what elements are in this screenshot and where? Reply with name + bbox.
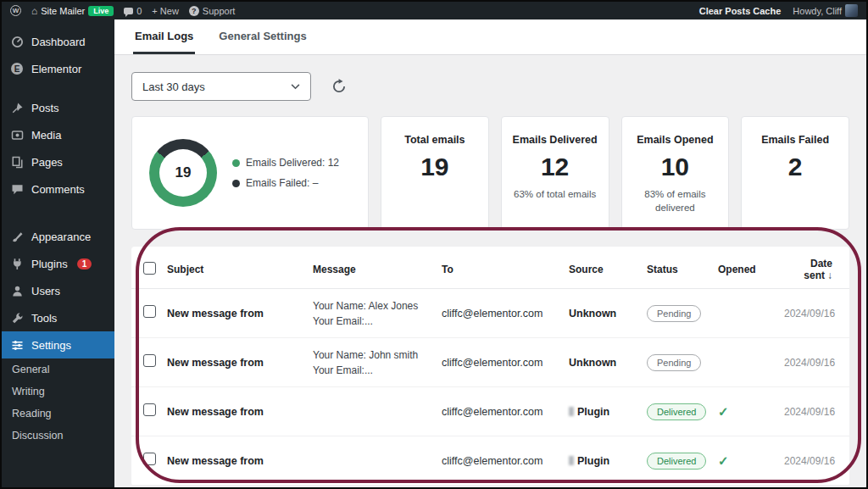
legend-dot	[232, 159, 240, 167]
row-status-cell: Delivered	[647, 453, 718, 470]
sidebar-subitem-general[interactable]: General	[2, 358, 114, 381]
status-badge: Delivered	[647, 403, 706, 420]
row-subject-cell[interactable]: New message from	[167, 406, 313, 418]
header-to: To	[442, 264, 569, 275]
sidebar-label: Tools	[31, 312, 57, 325]
new-label: + New	[152, 6, 179, 16]
row-date: 2024/09/16	[784, 308, 837, 320]
row-to: cliffc@elementor.com	[442, 406, 569, 418]
row-message-cell: Your Name: Alex Jones Your Email:...	[313, 298, 442, 329]
clear-posts-cache-button[interactable]: Clear Posts Cache	[699, 6, 782, 16]
stat-value: 19	[420, 153, 448, 181]
tab-general-settings[interactable]: General Settings	[217, 19, 308, 54]
wordpress-logo-icon: W	[10, 5, 21, 16]
user-avatar	[845, 4, 858, 17]
sidebar-item-settings[interactable]: Settings	[2, 331, 114, 358]
posts-icon	[10, 101, 24, 114]
date-range-select[interactable]: Last 30 days	[131, 72, 311, 101]
support-menu[interactable]: ? Support	[189, 6, 236, 16]
home-icon: ⌂	[31, 6, 37, 16]
comments-menu[interactable]: 0	[124, 6, 142, 16]
stat-title: Emails Delivered	[513, 134, 598, 146]
row-opened-cell: ✓	[718, 404, 784, 420]
sidebar-label: Media	[31, 129, 61, 142]
site-menu[interactable]: ⌂ Site Mailer Live	[31, 6, 114, 16]
tools-icon	[10, 311, 24, 325]
stat-card-emails-opened: Emails Opened 10 83% of emails delivered	[621, 116, 730, 230]
donut-legend: Emails Delivered: 12 Emails Failed: –	[232, 157, 339, 189]
stat-value: 12	[541, 153, 569, 181]
row-checkbox[interactable]	[143, 354, 156, 367]
row-message-line1: Your Name: Alex Jones	[313, 298, 433, 314]
account-menu[interactable]: Howdy, Cliff	[793, 4, 858, 17]
row-source-cell: Unknown	[569, 308, 647, 320]
row-message-line2: Your Email:...	[313, 363, 433, 378]
table-header-row: Subject Message To Source Status Opened …	[131, 250, 849, 289]
stat-subtitle: 83% of emails delivered	[628, 187, 721, 214]
row-subject-cell[interactable]: New message from	[167, 308, 313, 320]
stat-value: 10	[661, 153, 689, 181]
appearance-icon	[10, 230, 24, 243]
status-badge: Pending	[647, 354, 701, 371]
blurred-source-text	[569, 456, 574, 465]
row-source: Plugin	[577, 406, 609, 418]
main-content: Email Logs General Settings Last 30 days…	[114, 19, 866, 487]
select-all-checkbox[interactable]	[143, 262, 156, 275]
row-checkbox[interactable]	[143, 453, 156, 465]
row-checkbox[interactable]	[143, 403, 156, 416]
live-badge: Live	[88, 6, 114, 16]
opened-check-icon: ✓	[718, 404, 729, 419]
sidebar-item-appearance[interactable]: Appearance	[2, 223, 114, 250]
stat-card-emails-delivered: Emails Delivered 12 63% of total emails	[501, 116, 609, 230]
row-subject-cell[interactable]: New message from	[167, 357, 313, 369]
donut-chart: 19	[149, 139, 217, 207]
legend-dot	[232, 180, 240, 187]
stat-card-total-emails: Total emails 19	[381, 116, 489, 230]
row-message-line1: Your Name: John smith	[313, 347, 433, 363]
refresh-button[interactable]	[331, 79, 347, 94]
row-source-cell: Plugin	[569, 406, 647, 418]
sidebar-item-users[interactable]: Users	[2, 277, 114, 304]
table-row: New message from cliffc@elementor.com Pl…	[131, 387, 849, 436]
row-subject-cell[interactable]: New message from	[167, 455, 313, 467]
plugins-update-badge: 1	[77, 258, 92, 270]
support-icon: ?	[189, 6, 199, 16]
delivery-summary-card: 19 Emails Delivered: 12 Emails Failed: –	[131, 116, 369, 230]
row-status-cell: Delivered	[647, 403, 718, 420]
sidebar-label: Appearance	[31, 231, 91, 243]
tab-email-logs[interactable]: Email Logs	[133, 19, 195, 54]
sidebar-item-tools[interactable]: Tools	[2, 304, 114, 331]
sidebar-item-plugins[interactable]: Plugins 1	[2, 250, 114, 277]
support-label: Support	[203, 6, 236, 16]
sidebar-subitem-reading[interactable]: Reading	[2, 403, 114, 425]
table-row: New message from cliffc@elementor.com Pl…	[131, 436, 849, 486]
sidebar-item-media[interactable]: Media	[2, 121, 114, 148]
header-date-sent[interactable]: Date sent↓	[784, 258, 834, 281]
sidebar-label: Dashboard	[31, 36, 86, 48]
stat-title: Total emails	[404, 134, 465, 146]
header-message: Message	[313, 264, 442, 275]
header-status: Status	[647, 264, 718, 275]
sidebar-item-elementor[interactable]: E Elementor	[2, 55, 114, 82]
sidebar-item-comments[interactable]: Comments	[2, 175, 114, 203]
row-source: Unknown	[569, 357, 616, 369]
comment-bubble-icon	[124, 8, 133, 14]
row-checkbox[interactable]	[143, 305, 156, 318]
sidebar-item-posts[interactable]: Posts	[2, 94, 114, 121]
sidebar-item-dashboard[interactable]: Dashboard	[2, 28, 114, 55]
sidebar-label: Plugins	[31, 258, 68, 270]
screenshot-frame: W ⌂ Site Mailer Live 0 + New ? Support C…	[0, 0, 868, 489]
donut-total: 19	[159, 149, 207, 197]
sidebar-subitem-writing[interactable]: Writing	[2, 381, 114, 403]
row-source: Unknown	[569, 308, 616, 320]
wp-logo-menu[interactable]: W	[10, 5, 21, 16]
row-to: cliffc@elementor.com	[442, 357, 569, 369]
wp-admin-bar: W ⌂ Site Mailer Live 0 + New ? Support C…	[2, 2, 866, 19]
header-subject: Subject	[167, 264, 313, 275]
new-content-menu[interactable]: + New	[152, 6, 179, 16]
row-subject: New message from	[167, 406, 264, 418]
sidebar-subitem-discussion[interactable]: Discussion	[2, 425, 114, 447]
table-row: New message from Your Name: John smith Y…	[131, 338, 849, 387]
sidebar-item-pages[interactable]: Pages	[2, 148, 114, 175]
users-icon	[10, 284, 24, 297]
